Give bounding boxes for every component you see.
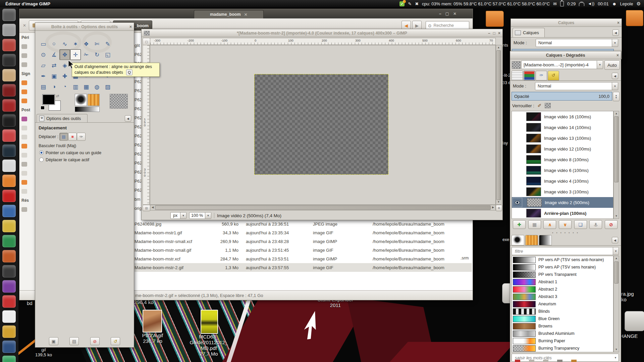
layer-list-scrollbar[interactable]: ▲ ▼ [613, 111, 619, 219]
default-colors-icon[interactable] [41, 106, 45, 110]
swap-colors-icon[interactable]: ⇄ [56, 94, 59, 98]
vertical-scrollbar[interactable]: ▲ ▼ [496, 45, 501, 205]
sidebar-item[interactable]: Sign [19, 69, 35, 78]
file-row[interactable]: Madame-boom-mstr1.gif 34,3 Mo aujourd'hu… [135, 228, 472, 237]
raise-layer-button[interactable]: ∧ [543, 220, 556, 229]
gradient-row[interactable]: PP vers AP (TSV sens horaire) [512, 263, 613, 271]
sidebar-item[interactable]: Post [19, 105, 35, 114]
fuzzy-select-tool[interactable]: ✶ [70, 39, 81, 49]
scroll-up-icon[interactable]: ▲ [614, 111, 619, 116]
layers-window-titlebar[interactable]: Calques × [511, 19, 622, 27]
tag-icon[interactable] [571, 360, 577, 362]
threshold-tool[interactable]: ▦ [81, 81, 92, 92]
reset-options-button[interactable]: ↺ [111, 337, 120, 345]
status-indicator-icon[interactable]: ✔! [399, 1, 405, 6]
paths-dialog-tab[interactable]: ✑ [536, 71, 547, 80]
app-icon[interactable] [2, 205, 16, 217]
app-icon[interactable] [2, 114, 16, 127]
sidebar-item[interactable] [19, 96, 35, 105]
layer-row[interactable]: Image vidéo 14 (100ms) [512, 122, 613, 133]
opacity-slider[interactable]: Opacité 100,0 [512, 92, 612, 101]
app-icon[interactable] [2, 54, 16, 66]
gradients-tab[interactable] [539, 235, 552, 245]
zoom-tool[interactable]: ⊙ [38, 49, 49, 60]
canvas-transparent-layer[interactable] [254, 74, 388, 175]
file-row[interactable]: Madame-boom-mstr-small.gif 1,1 Mo aujour… [135, 246, 472, 254]
mode-combo[interactable]: Normal▼ [535, 82, 618, 90]
visibility-cell[interactable] [513, 155, 522, 164]
gradient-row[interactable]: Burning Paper [512, 337, 613, 345]
gradient-row[interactable]: Aneurism [512, 300, 613, 308]
sidebar-item[interactable] [19, 114, 35, 123]
navigation-button[interactable]: ✥ [496, 205, 502, 211]
app-icon[interactable] [2, 341, 16, 353]
visibility-cell[interactable] [513, 112, 522, 121]
desktop-icon-folder[interactable] [486, 11, 504, 27]
undo-history-tab[interactable]: ↺ [548, 71, 559, 80]
sidebar-item[interactable] [19, 150, 35, 160]
visibility-cell[interactable] [513, 187, 522, 196]
toolbox-titlebar[interactable]: Boîte à outils - Options des outils × [35, 23, 134, 31]
battery-icon[interactable] [560, 1, 564, 6]
measure-tool[interactable]: ∡ [49, 49, 59, 60]
new-group-button[interactable]: ▦ [528, 220, 541, 229]
scroll-down-icon[interactable]: ▼ [614, 347, 619, 352]
minimize-button[interactable]: – [488, 31, 490, 36]
sidebar-item[interactable] [19, 187, 35, 196]
gradient-filter-input[interactable] [514, 248, 613, 254]
move-path-toggle[interactable]: ✑ [77, 133, 86, 141]
quick-mask-button[interactable]: ▧ [143, 205, 150, 211]
foreground-select-tool[interactable]: ✎ [102, 39, 113, 49]
image-selector-combo[interactable]: [Madame-boom…-2] (importée)-4▼ [521, 60, 603, 69]
app-icon[interactable] [2, 325, 16, 338]
radio-move-active[interactable]: Déplacer le calque actif [39, 158, 89, 162]
sidebar-item[interactable] [19, 87, 35, 96]
layer-row[interactable]: Image vidéo 16 (100ms) [512, 111, 613, 122]
close-button[interactable]: × [129, 24, 132, 29]
duplicate-layer-button[interactable]: ❏ [574, 220, 587, 229]
active-pattern-preview[interactable] [88, 94, 100, 106]
scroll-down-icon[interactable]: ▼ [496, 200, 501, 204]
tab-menu-button[interactable]: ◀ [612, 73, 618, 79]
tab-close-icon[interactable]: ✕ [244, 12, 248, 17]
layer-row[interactable]: Image vidéo 8 (100ms) [512, 154, 613, 165]
layer-row[interactable]: Image vidéo 13 (100ms) [512, 133, 613, 143]
curves-tool[interactable]: ◔ [59, 81, 70, 92]
patterns-tab[interactable] [525, 235, 538, 245]
gradient-row[interactable]: Blinds [512, 308, 613, 315]
sync-indicator-icon[interactable]: ✖ [415, 1, 419, 6]
gradient-row[interactable]: PP vers AP (TSV sens anti-horaire) [512, 256, 613, 263]
foreground-color-swatch[interactable] [43, 95, 55, 105]
file-row[interactable]: Madame-boom-mstr-small.xcf 260,9 Mo aujo… [135, 237, 472, 246]
shear-tool[interactable]: ▱ [38, 60, 49, 71]
layer-row[interactable]: Image vidéo 4 (100ms) [512, 176, 613, 186]
anchor-layer-button[interactable]: ⚓ [589, 220, 602, 229]
app-icon[interactable] [2, 190, 16, 202]
save-options-button[interactable]: ▣ [49, 337, 58, 345]
move-layer-toggle[interactable]: ▤ [59, 133, 68, 141]
app-icon[interactable] [2, 235, 16, 247]
auto-button[interactable]: Auto [604, 60, 620, 70]
tag-icon[interactable] [557, 360, 562, 362]
maximize-button[interactable]: □ [493, 31, 495, 36]
sidebar-item[interactable] [19, 123, 35, 132]
app-icon[interactable] [2, 129, 16, 142]
move-selection-toggle[interactable]: ■ [68, 133, 77, 141]
app-icon[interactable] [2, 250, 16, 262]
layers-dialog-tab[interactable] [512, 71, 523, 80]
restore-options-button[interactable]: ▤ [69, 337, 79, 345]
opacity-spinner[interactable]: ▲▼ [613, 92, 620, 101]
select-by-color-tool[interactable]: ❖ [81, 39, 92, 49]
gradient-row[interactable]: Burning Transparency [512, 345, 613, 352]
wifi-icon[interactable] [579, 2, 584, 6]
rect-select-tool[interactable]: ▭ [38, 39, 49, 49]
app-icon[interactable] [2, 84, 16, 97]
app-icon[interactable] [2, 220, 16, 232]
app-icon[interactable] [2, 9, 16, 21]
file-row[interactable]: Madame-boom-mstr.xcf 284,7 Mo aujourd'hu… [135, 254, 472, 263]
sidebar-item[interactable] [19, 169, 35, 178]
radio-pick-layer[interactable]: Pointer un calque ou un guide [39, 150, 101, 155]
canvas-menu-button[interactable]: ▢ [143, 38, 150, 46]
app-icon[interactable] [2, 356, 16, 362]
free-select-tool[interactable]: ∿ [59, 39, 70, 49]
